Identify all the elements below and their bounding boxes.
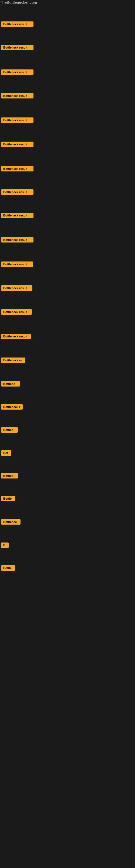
badge-row: Bottlene xyxy=(0,380,135,389)
badge-row: Bottleneck result xyxy=(0,188,135,197)
bottleneck-badge-12[interactable]: Bottleneck result xyxy=(1,285,32,291)
bottleneck-badge-11[interactable]: Bottleneck result xyxy=(1,261,33,267)
badge-row: Bottleneck result xyxy=(0,92,135,101)
badge-row: Bottleneck r xyxy=(0,403,135,412)
bottleneck-badge-2[interactable]: Bottleneck result xyxy=(1,45,34,50)
bottleneck-badge-21[interactable]: Bottle xyxy=(1,496,15,501)
bottleneck-badge-3[interactable]: Bottleneck result xyxy=(1,69,34,75)
bottleneck-badge-19[interactable]: Bot xyxy=(1,450,11,456)
bottleneck-badge-16[interactable]: Bottlene xyxy=(1,381,20,386)
bottleneck-badge-18[interactable]: Bottlen xyxy=(1,427,18,433)
badge-row: Bottleneck result xyxy=(0,284,135,293)
bottleneck-badge-5[interactable]: Bottleneck result xyxy=(1,118,34,123)
badge-row: Bot xyxy=(0,449,135,458)
badge-row: Bottleneck result xyxy=(0,20,135,29)
bottleneck-badge-7[interactable]: Bottleneck result xyxy=(1,166,34,172)
badge-row: Bottlen xyxy=(0,426,135,435)
badge-row: Bottleneck result xyxy=(0,236,135,245)
badge-row: Bottleneck result xyxy=(0,116,135,125)
badge-row: Bottleneck result xyxy=(0,212,135,220)
badge-row: Bottleneck result xyxy=(0,333,135,341)
bottleneck-badge-24[interactable]: Bottle xyxy=(1,565,15,571)
badge-row: Bottle xyxy=(0,564,135,573)
bottleneck-badge-22[interactable]: Bottlenec xyxy=(1,519,20,525)
badge-row: Bottleneck result xyxy=(0,308,135,317)
badge-row: Bottleneck result xyxy=(0,141,135,149)
bottleneck-badge-10[interactable]: Bottleneck result xyxy=(1,237,34,243)
badge-row: Bottlen xyxy=(0,472,135,480)
bottleneck-badge-23[interactable]: Bo xyxy=(1,542,9,548)
badge-row: Bottleneck result xyxy=(0,260,135,269)
bottleneck-badge-20[interactable]: Bottlen xyxy=(1,473,18,478)
bottleneck-badge-15[interactable]: Bottleneck re xyxy=(1,358,26,363)
badge-row: Bottleneck re xyxy=(0,356,135,365)
badge-row: Bottlenec xyxy=(0,518,135,527)
bottleneck-badge-14[interactable]: Bottleneck result xyxy=(1,334,31,339)
bottleneck-badge-17[interactable]: Bottleneck r xyxy=(1,404,23,410)
badge-row: Bottleneck result xyxy=(0,44,135,52)
bottleneck-badge-6[interactable]: Bottleneck result xyxy=(1,142,34,147)
bottleneck-badge-9[interactable]: Bottleneck result xyxy=(1,213,34,218)
bottleneck-badge-13[interactable]: Bottleneck result xyxy=(1,309,32,315)
site-header: TheBottlenecker.com xyxy=(0,0,135,5)
bottleneck-badge-8[interactable]: Bottleneck result xyxy=(1,189,34,195)
badge-row: Bottle xyxy=(0,495,135,503)
bottleneck-badge-1[interactable]: Bottleneck result xyxy=(1,22,34,27)
bottleneck-badge-4[interactable]: Bottleneck result xyxy=(1,93,34,98)
badge-row: Bottleneck result xyxy=(0,68,135,77)
badge-row: Bottleneck result xyxy=(0,165,135,174)
badge-row: Bo xyxy=(0,541,135,550)
